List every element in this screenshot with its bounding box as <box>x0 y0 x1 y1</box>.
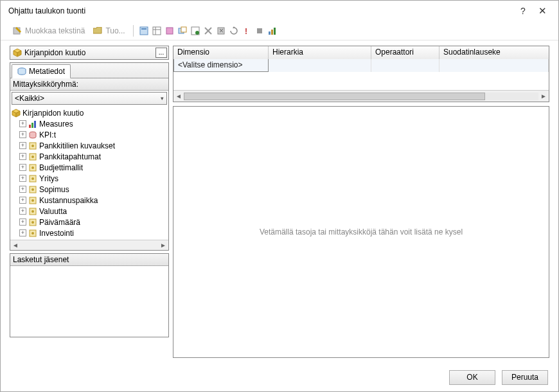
tree-item[interactable]: + Yritys <box>10 173 168 184</box>
svg-point-42 <box>31 232 34 235</box>
expander-icon[interactable]: + <box>19 218 26 226</box>
dimension-picker-cell[interactable]: <Valitse dimensio> <box>173 59 269 72</box>
chevron-down-icon: ▾ <box>161 95 164 102</box>
svg-point-26 <box>31 145 34 147</box>
grid-cell <box>439 59 549 72</box>
expander-icon[interactable]: + <box>19 142 26 149</box>
svg-point-40 <box>31 221 34 224</box>
grid-h-scrollbar[interactable]: ◄ ► <box>173 90 549 102</box>
tab-row: Metatiedot <box>10 63 168 78</box>
toolbar-warning-icon[interactable]: ! <box>242 26 252 36</box>
grid-header: Dimensio Hierarkia Operaattori Suodatinl… <box>173 46 549 59</box>
tree-item[interactable]: + Measures <box>10 118 168 129</box>
tree-item-label: Investointi <box>39 229 74 238</box>
expander-icon[interactable]: + <box>19 229 26 236</box>
metadata-tree[interactable]: Kirjanpidon kuutio + Measures + KPI:t + <box>10 106 168 240</box>
metadata-panel: Metatiedot Mittayksikköryhmä: <Kaikki> ▾… <box>10 62 169 251</box>
cancel-button[interactable]: Peruuta <box>502 370 548 385</box>
toolbar-icon-5[interactable] <box>190 26 200 36</box>
grid-empty-space <box>173 72 549 90</box>
tree-root-label: Kirjanpidon kuutio <box>22 109 84 118</box>
measure-group-select[interactable]: <Kaikki> ▾ <box>12 92 167 105</box>
import-label: Tuo... <box>105 26 125 35</box>
tree-item-label: Yritys <box>39 174 58 183</box>
grid-cell <box>371 59 439 72</box>
scroll-thumb[interactable] <box>184 93 485 100</box>
tree-item[interactable]: + Valuutta <box>10 206 168 217</box>
query-drop-area[interactable]: Vetämällä tasoja tai mittayksikköjä tähä… <box>173 106 549 358</box>
right-pane: Dimensio Hierarkia Operaattori Suodatinl… <box>173 46 549 358</box>
tab-metadata-label: Metatiedot <box>29 67 65 76</box>
tree-item[interactable]: + Päivämäärä <box>10 217 168 227</box>
tree-item-label: KPI:t <box>39 130 56 139</box>
tree-item[interactable]: + Budjettimallit <box>10 162 168 173</box>
svg-rect-3 <box>153 27 161 35</box>
svg-text:×: × <box>219 26 224 35</box>
title-bar: Ohjattu taulukon tuonti ? ✕ <box>1 1 558 21</box>
expander-icon[interactable]: + <box>19 208 26 215</box>
grid-placeholder-row[interactable]: <Valitse dimensio> <box>173 59 549 72</box>
scroll-left-icon[interactable]: ◄ <box>173 93 184 100</box>
edit-as-text-button[interactable]: Muokkaa tekstinä <box>10 24 87 37</box>
col-dimension[interactable]: Dimensio <box>173 46 269 59</box>
svg-rect-17 <box>269 31 271 35</box>
cube-selector: Kirjanpidon kuutio ... <box>10 46 169 60</box>
expander-icon[interactable]: + <box>19 153 26 160</box>
expander-icon[interactable]: + <box>19 131 26 138</box>
calculated-members-body[interactable] <box>10 266 168 337</box>
svg-point-38 <box>31 210 34 213</box>
col-hierarchy[interactable]: Hierarkia <box>269 46 371 59</box>
left-pane: Kirjanpidon kuutio ... Metatiedot Mittay… <box>10 46 169 358</box>
import-button[interactable]: Tuo... <box>90 24 127 37</box>
toolbar-icon-4[interactable] <box>177 26 188 36</box>
tree-item[interactable]: + Kustannuspaikka <box>10 195 168 206</box>
toolbar-delete-icon[interactable] <box>203 26 213 36</box>
help-button[interactable]: ? <box>513 6 533 16</box>
toolbar-chart-icon[interactable] <box>267 26 278 36</box>
measure-group-label: Mittayksikköryhmä: <box>10 78 168 91</box>
tree-item-label: Measures <box>39 120 73 129</box>
svg-rect-21 <box>29 125 31 128</box>
ok-button[interactable]: OK <box>449 370 495 385</box>
scroll-right-icon[interactable]: ► <box>538 93 549 100</box>
close-button[interactable]: ✕ <box>533 5 552 17</box>
tree-h-scrollbar[interactable]: ◄ ► <box>10 240 168 250</box>
svg-point-10 <box>195 31 199 35</box>
tree-item[interactable]: + KPI:t <box>10 129 168 140</box>
dimension-icon <box>28 152 37 161</box>
expander-icon[interactable]: + <box>19 186 26 193</box>
grid-cell <box>269 59 371 72</box>
svg-rect-6 <box>166 28 173 34</box>
toolbar-icon-7[interactable]: × <box>216 26 226 36</box>
expander-icon[interactable]: + <box>19 164 26 171</box>
edit-icon <box>12 26 22 36</box>
tree-item[interactable]: + Pankkitilien kuvaukset <box>10 140 168 151</box>
tab-metadata[interactable]: Metatiedot <box>12 64 71 78</box>
toolbar-icon-1[interactable] <box>139 26 149 36</box>
scroll-left-icon[interactable]: ◄ <box>10 242 21 249</box>
svg-text:!: ! <box>245 27 247 35</box>
expander-icon[interactable]: + <box>19 197 26 204</box>
toolbar-stop-icon[interactable] <box>254 26 265 36</box>
scroll-track[interactable] <box>184 93 538 100</box>
cube-browse-button[interactable]: ... <box>155 48 167 58</box>
toolbar-icon-3[interactable] <box>164 26 175 36</box>
tree-root[interactable]: Kirjanpidon kuutio <box>10 107 168 118</box>
col-operator[interactable]: Operaattori <box>371 46 439 59</box>
expander-icon[interactable]: + <box>19 175 26 182</box>
tree-item[interactable]: + Investointi <box>10 227 168 238</box>
tree-item[interactable]: + Pankkitapahtumat <box>10 151 168 162</box>
toolbar-icon-2[interactable] <box>152 26 162 36</box>
folder-open-icon <box>93 26 103 36</box>
tree-item[interactable]: + Sopimus <box>10 184 168 195</box>
dimension-icon <box>28 174 37 183</box>
svg-rect-8 <box>181 27 186 32</box>
toolbar: Muokkaa tekstinä Tuo... × ! <box>1 21 558 40</box>
tree-item-label: Kustannuspaikka <box>39 196 98 205</box>
expander-icon[interactable]: + <box>19 120 26 127</box>
tree-item-label: Päivämäärä <box>39 218 80 227</box>
measures-icon <box>28 120 37 129</box>
scroll-right-icon[interactable]: ► <box>158 242 168 249</box>
col-filter-expr[interactable]: Suodatinlauseke <box>439 46 549 59</box>
toolbar-refresh-icon[interactable] <box>229 26 239 36</box>
